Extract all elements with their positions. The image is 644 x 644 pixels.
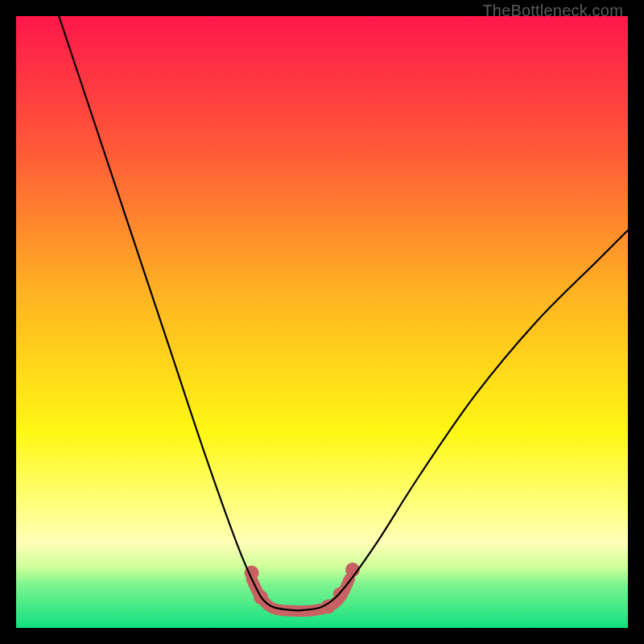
watermark-text: TheBottleneck.com bbox=[482, 2, 623, 20]
chart-frame bbox=[16, 16, 628, 628]
highlight-dot bbox=[333, 587, 348, 601]
bottleneck-chart bbox=[16, 16, 628, 628]
